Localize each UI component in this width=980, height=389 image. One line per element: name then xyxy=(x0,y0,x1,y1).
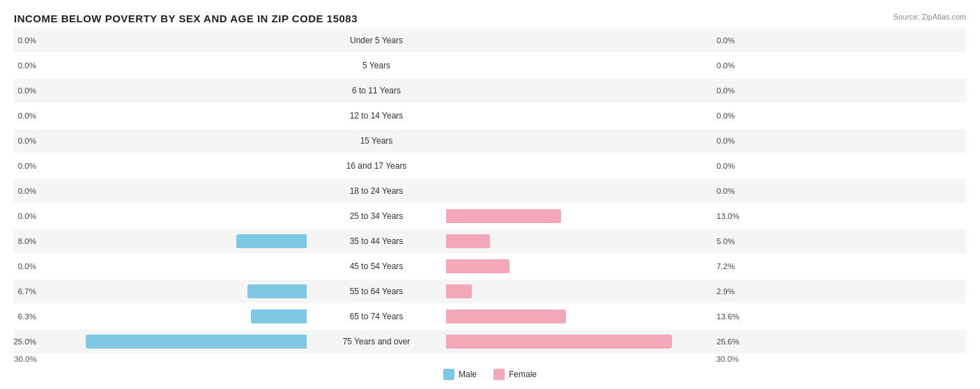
source-text: Source: ZipAtlas.com xyxy=(893,13,966,21)
female-bar xyxy=(446,209,561,223)
female-value-label: 0.0% xyxy=(717,137,735,145)
right-section: 0.0% xyxy=(446,54,739,77)
male-value-label: 0.0% xyxy=(18,162,36,170)
male-value-label: 0.0% xyxy=(18,61,36,70)
female-value-label: 0.0% xyxy=(717,112,735,120)
male-value-label: 0.0% xyxy=(18,262,36,270)
female-value-label: 13.0% xyxy=(717,212,740,220)
bar-row: 25.0%75 Years and over25.6% xyxy=(14,330,966,353)
chart-container: INCOME BELOW POVERTY BY SEX AND AGE IN Z… xyxy=(0,0,980,389)
male-value-label: 0.0% xyxy=(18,212,36,220)
right-axis-max: 30.0% xyxy=(716,355,739,363)
left-section: 0.0% xyxy=(14,154,307,178)
female-bar xyxy=(446,284,472,298)
male-bar xyxy=(86,335,307,349)
bar-row: 0.0%6 to 11 Years0.0% xyxy=(14,79,966,102)
bar-row: 8.0%35 to 44 Years5.0% xyxy=(14,229,966,253)
legend-male: Male xyxy=(443,369,477,380)
female-value-label: 0.0% xyxy=(717,36,735,45)
male-legend-label: Male xyxy=(459,369,477,379)
female-value-label: 25.6% xyxy=(717,337,740,346)
male-bar xyxy=(236,234,307,248)
left-section: 8.0% xyxy=(14,229,307,253)
male-bar xyxy=(247,284,307,298)
left-section: 0.0% xyxy=(14,54,307,77)
bars-area: 0.0%Under 5 Years0.0%0.0%5 Years0.0%0.0%… xyxy=(14,29,966,353)
male-legend-box xyxy=(443,369,454,380)
age-group-label: 12 to 14 Years xyxy=(307,111,446,121)
left-section: 6.3% xyxy=(14,305,307,328)
female-value-label: 2.9% xyxy=(717,287,735,296)
male-value-label: 8.0% xyxy=(18,237,36,245)
male-bar xyxy=(251,310,307,323)
chart-title: INCOME BELOW POVERTY BY SEX AND AGE IN Z… xyxy=(14,13,966,24)
right-section: 2.9% xyxy=(446,280,739,303)
age-group-label: 45 to 54 Years xyxy=(307,261,446,271)
left-axis-max: 30.0% xyxy=(14,355,37,363)
legend: Male Female xyxy=(14,369,966,380)
left-section: 0.0% xyxy=(14,29,307,52)
age-group-label: 6 to 11 Years xyxy=(307,86,446,96)
age-group-label: 65 to 74 Years xyxy=(307,312,446,321)
age-group-label: 5 Years xyxy=(307,61,446,70)
age-group-label: 16 and 17 Years xyxy=(307,161,446,171)
age-group-label: 35 to 44 Years xyxy=(307,236,446,246)
bar-row: 0.0%25 to 34 Years13.0% xyxy=(14,204,966,228)
left-section: 25.0% xyxy=(14,330,307,353)
right-section: 0.0% xyxy=(446,104,739,128)
legend-female: Female xyxy=(493,369,537,380)
bar-row: 0.0%18 to 24 Years0.0% xyxy=(14,179,966,203)
female-value-label: 0.0% xyxy=(717,61,735,70)
right-section: 25.6% xyxy=(446,330,739,353)
female-value-label: 0.0% xyxy=(717,162,735,170)
axis-labels-bottom: 30.0% 30.0% xyxy=(14,355,966,363)
female-legend-label: Female xyxy=(509,369,537,379)
right-section: 0.0% xyxy=(446,129,739,153)
bar-row: 0.0%5 Years0.0% xyxy=(14,54,966,77)
age-group-label: 55 to 64 Years xyxy=(307,287,446,296)
female-value-label: 13.6% xyxy=(717,312,740,321)
left-section: 0.0% xyxy=(14,79,307,102)
female-bar xyxy=(446,234,490,248)
right-section: 0.0% xyxy=(446,79,739,102)
male-value-label: 0.0% xyxy=(18,36,36,45)
age-group-label: Under 5 Years xyxy=(307,36,446,45)
left-section: 0.0% xyxy=(14,254,307,278)
age-group-label: 25 to 34 Years xyxy=(307,211,446,221)
male-value-label: 0.0% xyxy=(18,86,36,95)
male-value-label: 0.0% xyxy=(18,112,36,120)
female-bar xyxy=(446,335,672,349)
left-section: 0.0% xyxy=(14,104,307,128)
bar-row: 6.7%55 to 64 Years2.9% xyxy=(14,280,966,303)
bar-row: 0.0%15 Years0.0% xyxy=(14,129,966,153)
left-section: 0.0% xyxy=(14,204,307,228)
age-group-label: 15 Years xyxy=(307,136,446,146)
age-group-label: 18 to 24 Years xyxy=(307,186,446,196)
left-section: 0.0% xyxy=(14,179,307,203)
right-section: 0.0% xyxy=(446,179,739,203)
female-value-label: 0.0% xyxy=(717,86,735,95)
bar-row: 0.0%12 to 14 Years0.0% xyxy=(14,104,966,128)
left-section: 0.0% xyxy=(14,129,307,153)
female-value-label: 7.2% xyxy=(717,262,735,270)
bottom-left-label: 30.0% xyxy=(14,355,307,363)
bar-row: 0.0%Under 5 Years0.0% xyxy=(14,29,966,52)
female-value-label: 5.0% xyxy=(717,237,735,245)
age-group-label: 75 Years and over xyxy=(307,337,446,346)
right-section: 13.6% xyxy=(446,305,739,328)
male-value-label: 25.0% xyxy=(13,337,36,346)
male-value-label: 0.0% xyxy=(18,187,36,195)
male-value-label: 6.7% xyxy=(18,287,36,296)
right-section: 0.0% xyxy=(446,29,739,52)
male-value-label: 0.0% xyxy=(18,137,36,145)
bar-row: 6.3%65 to 74 Years13.6% xyxy=(14,305,966,328)
bar-row: 0.0%45 to 54 Years7.2% xyxy=(14,254,966,278)
right-section: 7.2% xyxy=(446,254,739,278)
female-bar xyxy=(446,259,510,273)
female-value-label: 0.0% xyxy=(717,187,735,195)
right-section: 5.0% xyxy=(446,229,739,253)
female-bar xyxy=(446,310,566,323)
right-section: 0.0% xyxy=(446,154,739,178)
left-section: 6.7% xyxy=(14,280,307,303)
right-section: 13.0% xyxy=(446,204,739,228)
